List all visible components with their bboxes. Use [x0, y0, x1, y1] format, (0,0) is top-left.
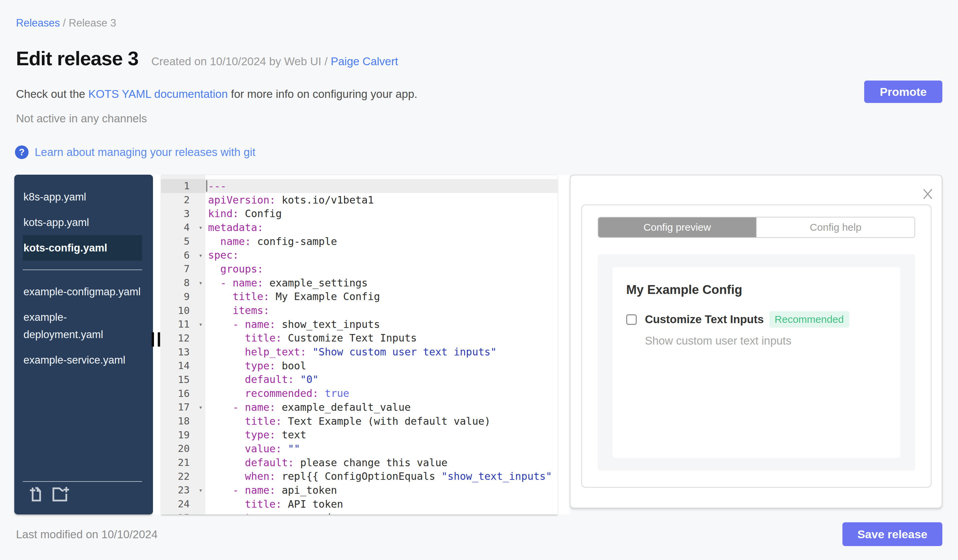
code-line[interactable]: 2apiVersion: kots.io/v1beta1: [161, 193, 558, 207]
line-number-text: 25: [178, 512, 190, 514]
code-line[interactable]: 11▾ - name: show_text_inputs: [161, 317, 558, 331]
text-caret: [206, 180, 207, 191]
code-line[interactable]: 14 type: bool: [161, 359, 558, 373]
line-number[interactable]: 15: [161, 373, 205, 387]
code-line[interactable]: 8▾ - name: example_settings: [161, 276, 558, 290]
code-text: items:: [205, 304, 270, 317]
sidebar-item-kots-config[interactable]: kots-config.yaml: [23, 235, 142, 261]
kots-yaml-docs-link[interactable]: KOTS YAML documentation: [89, 88, 228, 100]
fold-arrow-icon[interactable]: ▾: [199, 486, 203, 494]
code-line[interactable]: 16 recommended: true: [161, 386, 558, 400]
line-number[interactable]: 23▾: [161, 483, 205, 497]
line-number[interactable]: 17▾: [161, 400, 205, 414]
code-line[interactable]: 6▾spec:: [161, 248, 558, 262]
line-number[interactable]: 24: [161, 497, 205, 511]
line-number[interactable]: 19: [161, 428, 205, 442]
line-number[interactable]: 11▾: [161, 317, 205, 331]
code-line[interactable]: 3kind: Config: [161, 207, 558, 220]
code-line[interactable]: 5 name: config-sample: [161, 234, 558, 248]
channel-status: Not active in any channels: [16, 112, 147, 125]
save-release-button[interactable]: Save release: [842, 522, 942, 546]
code-token: My Example Config: [270, 291, 380, 302]
code-token: title:: [208, 498, 282, 510]
line-number[interactable]: 14: [161, 359, 205, 373]
resize-gutter-right[interactable]: [558, 175, 570, 514]
sidebar-item-kots-app[interactable]: kots-app.yaml: [23, 210, 142, 235]
line-number[interactable]: 7: [161, 262, 205, 276]
code-line[interactable]: 13 help_text: "Show custom user text inp…: [161, 345, 558, 359]
code-text: title: API token: [205, 497, 343, 511]
line-number[interactable]: 12: [161, 331, 205, 345]
fold-arrow-icon[interactable]: ▾: [199, 224, 203, 231]
code-line[interactable]: 7 groups:: [161, 262, 558, 276]
breadcrumb-releases-link[interactable]: Releases: [16, 17, 60, 29]
fold-arrow-icon[interactable]: ▾: [199, 320, 203, 328]
fold-arrow-icon[interactable]: ▾: [199, 403, 203, 411]
code-token: Text Example (with default value): [282, 415, 490, 427]
line-number[interactable]: 16: [161, 386, 205, 400]
code-line[interactable]: 24 title: API token: [161, 497, 558, 511]
code-token: show_text_inputs: [276, 318, 380, 330]
close-icon[interactable]: [921, 188, 934, 201]
code-text: type: bool: [205, 359, 306, 373]
line-number[interactable]: 2: [161, 193, 205, 207]
line-number[interactable]: 10: [161, 304, 205, 317]
code-line[interactable]: 20 value: "": [161, 442, 558, 456]
code-text: metadata:: [205, 220, 263, 234]
code-line[interactable]: 21 default: please change this value: [161, 456, 558, 470]
fold-arrow-icon[interactable]: ▾: [199, 252, 203, 259]
sidebar-item-example-configmap[interactable]: example-configmap.yaml: [23, 279, 142, 304]
line-number[interactable]: 13: [161, 345, 205, 359]
code-text: name: config-sample: [205, 234, 337, 248]
sidebar-item-example-deployment[interactable]: example-deployment.yaml: [23, 304, 142, 347]
fold-arrow-icon[interactable]: ▾: [199, 279, 203, 286]
line-number[interactable]: 21: [161, 456, 205, 470]
line-number[interactable]: 5: [161, 234, 205, 248]
code-token: - name:: [208, 401, 276, 413]
author-link[interactable]: Paige Calvert: [331, 55, 398, 68]
line-number[interactable]: 6▾: [161, 248, 205, 262]
code-token: - name:: [208, 277, 263, 289]
help-question-icon[interactable]: ?: [15, 146, 29, 159]
line-number[interactable]: 8▾: [161, 276, 205, 290]
line-number-text: 12: [178, 332, 190, 344]
line-number[interactable]: 25: [161, 511, 205, 515]
new-file-icon[interactable]: [51, 486, 69, 502]
line-number[interactable]: 22: [161, 469, 205, 483]
code-line[interactable]: 22 when: repl{{ ConfigOptionEquals "show…: [161, 469, 558, 483]
line-number[interactable]: 4▾: [161, 220, 205, 234]
code-text: - name: example_default_value: [205, 400, 411, 414]
line-number[interactable]: 18: [161, 414, 205, 428]
code-line[interactable]: 23▾ - name: api_token: [161, 483, 558, 497]
code-line[interactable]: 17▾ - name: example_default_value: [161, 400, 558, 414]
tab-config-help[interactable]: Config help: [756, 217, 915, 237]
line-number-text: 23: [178, 484, 190, 496]
sidebar-item-k8s-app[interactable]: k8s-app.yaml: [23, 184, 142, 210]
code-line[interactable]: 18 title: Text Example (with default val…: [161, 414, 558, 428]
code-line[interactable]: 19 type: text: [161, 428, 558, 442]
line-number[interactable]: 9: [161, 290, 205, 304]
line-number[interactable]: 3: [161, 207, 205, 220]
tab-config-preview[interactable]: Config preview: [598, 217, 756, 237]
promote-button[interactable]: Promote: [864, 81, 942, 103]
config-checkbox[interactable]: [626, 314, 637, 325]
line-number-text: 2: [184, 194, 190, 206]
code-line[interactable]: 10 items:: [161, 304, 558, 317]
code-line[interactable]: 15 default: "0": [161, 373, 558, 387]
yaml-code-editor[interactable]: 1---2apiVersion: kots.io/v1beta13kind: C…: [161, 175, 558, 514]
sidebar-item-example-service[interactable]: example-service.yaml: [23, 347, 142, 373]
code-line[interactable]: 25 type: password: [161, 511, 558, 515]
line-number[interactable]: 1: [161, 179, 205, 193]
split-drag-handle-left[interactable]: [152, 332, 160, 346]
docs-prefix: Check out the: [16, 88, 89, 100]
code-line[interactable]: 12 title: Customize Text Inputs: [161, 331, 558, 345]
line-number[interactable]: 20: [161, 442, 205, 456]
created-text: Created on 10/10/2024 by Web UI /: [151, 55, 331, 68]
git-releases-link[interactable]: Learn about managing your releases with …: [35, 146, 255, 159]
code-line[interactable]: 4▾metadata:: [161, 220, 558, 234]
upload-file-icon[interactable]: [30, 486, 43, 502]
docs-suffix: for more info on configuring your app.: [228, 88, 417, 100]
code-line[interactable]: 1---: [161, 179, 558, 193]
code-token: "Show custom user text inputs": [306, 346, 497, 358]
code-line[interactable]: 9 title: My Example Config: [161, 290, 558, 304]
